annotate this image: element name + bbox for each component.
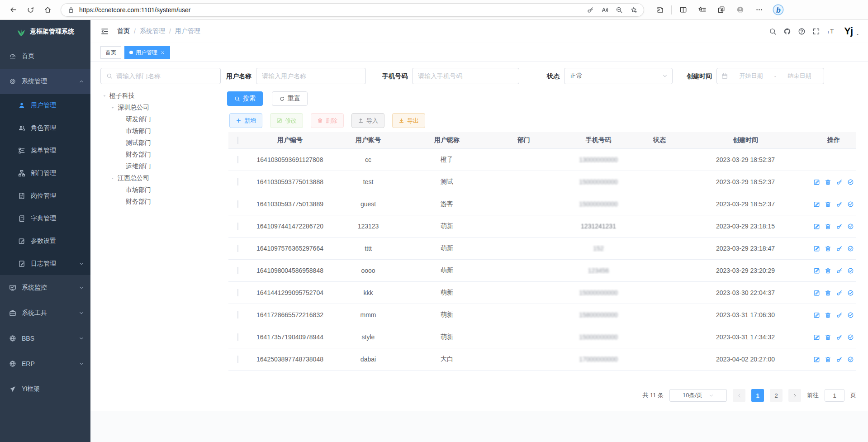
sidebar-item-dept-management[interactable]: 部门管理 bbox=[0, 162, 90, 185]
page-size-select[interactable]: 10条/页 bbox=[669, 389, 727, 402]
sidebar-item-param-settings[interactable]: 参数设置 bbox=[0, 230, 90, 252]
edit-pen-icon[interactable] bbox=[813, 312, 820, 318]
next-page-button[interactable] bbox=[788, 389, 801, 402]
date-end-placeholder[interactable]: 结束日期 bbox=[780, 72, 819, 80]
edit-pen-icon[interactable] bbox=[813, 245, 820, 252]
user-logo[interactable]: Yj bbox=[844, 25, 853, 37]
sidebar-item-log-management[interactable]: 日志管理 bbox=[0, 252, 90, 275]
sidebar-item-user-management[interactable]: 用户管理 bbox=[0, 94, 90, 117]
circle-check-icon[interactable] bbox=[847, 201, 854, 208]
sidebar-item-post-management[interactable]: 岗位管理 bbox=[0, 185, 90, 207]
tree-node-运维部门[interactable]: 运维部门 bbox=[100, 161, 221, 172]
caret-down-icon[interactable] bbox=[110, 105, 118, 110]
row-checkbox[interactable] bbox=[237, 267, 238, 274]
tree-node-市场部门[interactable]: 市场部门 bbox=[100, 125, 221, 137]
circle-check-icon[interactable] bbox=[847, 312, 854, 318]
caret-down-icon[interactable] bbox=[102, 94, 109, 98]
tree-node-市场部门[interactable]: 市场部门 bbox=[100, 184, 221, 196]
tree-node-江西总公司[interactable]: 江西总公司 bbox=[100, 172, 221, 184]
trash-icon[interactable] bbox=[825, 290, 831, 296]
edit-pen-icon[interactable] bbox=[813, 356, 820, 363]
key-icon[interactable] bbox=[836, 290, 843, 296]
tree-node-财务部门[interactable]: 财务部门 bbox=[100, 196, 221, 208]
add-button[interactable]: 新增 bbox=[229, 113, 262, 128]
edit-pen-icon[interactable] bbox=[813, 179, 820, 185]
page-button-2[interactable]: 2 bbox=[770, 389, 783, 402]
trash-icon[interactable] bbox=[825, 312, 831, 318]
tree-node-深圳总公司[interactable]: 深圳总公司 bbox=[100, 102, 221, 114]
trash-icon[interactable] bbox=[825, 245, 831, 252]
row-checkbox[interactable] bbox=[237, 223, 238, 230]
circle-check-icon[interactable] bbox=[847, 334, 854, 341]
zoom-out-button[interactable] bbox=[612, 4, 626, 16]
fullscreen-button[interactable] bbox=[809, 23, 823, 39]
key-icon[interactable] bbox=[836, 312, 843, 318]
key-icon[interactable] bbox=[836, 201, 843, 208]
tab-用户管理[interactable]: 用户管理 bbox=[124, 46, 170, 59]
tree-node-研发部门[interactable]: 研发部门 bbox=[100, 114, 221, 125]
row-checkbox[interactable] bbox=[237, 200, 238, 208]
text-size-button[interactable]: TT bbox=[823, 23, 838, 39]
favorite-add-button[interactable] bbox=[626, 4, 641, 16]
caret-down-icon[interactable] bbox=[110, 176, 118, 181]
key-icon[interactable] bbox=[836, 179, 843, 185]
sidebar-item-menu-management[interactable]: 菜单管理 bbox=[0, 139, 90, 162]
copilot-button[interactable]: b bbox=[768, 2, 787, 18]
breadcrumb-item[interactable]: 首页 bbox=[117, 27, 130, 35]
select-all-checkbox[interactable] bbox=[237, 137, 238, 144]
trash-icon[interactable] bbox=[825, 356, 831, 363]
key-icon[interactable] bbox=[836, 245, 843, 252]
search-button[interactable]: 搜索 bbox=[227, 91, 263, 106]
edit-pen-icon[interactable] bbox=[813, 267, 820, 274]
row-checkbox[interactable] bbox=[237, 333, 238, 341]
row-checkbox[interactable] bbox=[237, 156, 238, 163]
circle-check-icon[interactable] bbox=[847, 290, 854, 296]
edit-pen-icon[interactable] bbox=[813, 334, 820, 341]
sidebar-item-yi-framework[interactable]: Yi框架 bbox=[0, 376, 90, 402]
trash-icon[interactable] bbox=[825, 334, 831, 341]
sidebar-item-bbs[interactable]: BBS bbox=[0, 326, 90, 351]
collections-button[interactable] bbox=[711, 2, 730, 18]
date-range-picker[interactable]: 开始日期 - 结束日期 bbox=[716, 68, 824, 84]
row-checkbox[interactable] bbox=[237, 311, 238, 318]
key-icon[interactable] bbox=[836, 334, 843, 341]
close-icon[interactable] bbox=[160, 50, 165, 55]
edit-button[interactable]: 修改 bbox=[270, 113, 303, 128]
sidebar-item-system-tools[interactable]: 系统工具 bbox=[0, 300, 90, 326]
circle-check-icon[interactable] bbox=[847, 267, 854, 274]
circle-check-icon[interactable] bbox=[847, 223, 854, 230]
row-checkbox[interactable] bbox=[237, 289, 238, 296]
goto-page-input[interactable] bbox=[825, 389, 844, 402]
key-button[interactable] bbox=[583, 4, 598, 16]
help-button[interactable] bbox=[794, 23, 809, 39]
hamburger-fold-icon[interactable] bbox=[100, 27, 109, 36]
circle-check-icon[interactable] bbox=[847, 245, 854, 252]
sidebar-item-system-monitor[interactable]: 系统监控 bbox=[0, 275, 90, 300]
row-checkbox[interactable] bbox=[237, 245, 238, 252]
circle-check-icon[interactable] bbox=[847, 179, 854, 185]
sidebar-item-home[interactable]: 首页 bbox=[0, 43, 90, 69]
row-checkbox[interactable] bbox=[237, 178, 238, 185]
address-bar[interactable]: https://ccnetcore.com:1101/system/user bbox=[61, 3, 644, 17]
split-screen-button[interactable] bbox=[674, 2, 693, 18]
more-button[interactable] bbox=[749, 2, 768, 18]
trash-icon[interactable] bbox=[825, 179, 831, 185]
edit-pen-icon[interactable] bbox=[813, 290, 820, 296]
key-icon[interactable] bbox=[836, 223, 843, 230]
tree-node-测试部门[interactable]: 测试部门 bbox=[100, 137, 221, 149]
tree-node-橙子科技[interactable]: 橙子科技 bbox=[100, 90, 221, 102]
sidebar-item-role-management[interactable]: 角色管理 bbox=[0, 117, 90, 139]
tab-首页[interactable]: 首页 bbox=[100, 46, 121, 59]
favorites-bar-button[interactable] bbox=[693, 2, 711, 18]
reset-button[interactable]: 重置 bbox=[272, 91, 308, 106]
sidebar-item-erp[interactable]: ERP bbox=[0, 351, 90, 376]
back-button[interactable] bbox=[5, 2, 22, 18]
prev-page-button[interactable] bbox=[733, 389, 745, 402]
app-logo[interactable]: 意框架管理系统 bbox=[0, 20, 90, 43]
key-icon[interactable] bbox=[836, 267, 843, 274]
dept-search-input[interactable] bbox=[116, 72, 215, 80]
page-button-1[interactable]: 1 bbox=[751, 389, 764, 402]
github-button[interactable] bbox=[780, 23, 794, 39]
import-button[interactable]: 导入 bbox=[351, 113, 384, 128]
reload-button[interactable] bbox=[22, 2, 39, 18]
